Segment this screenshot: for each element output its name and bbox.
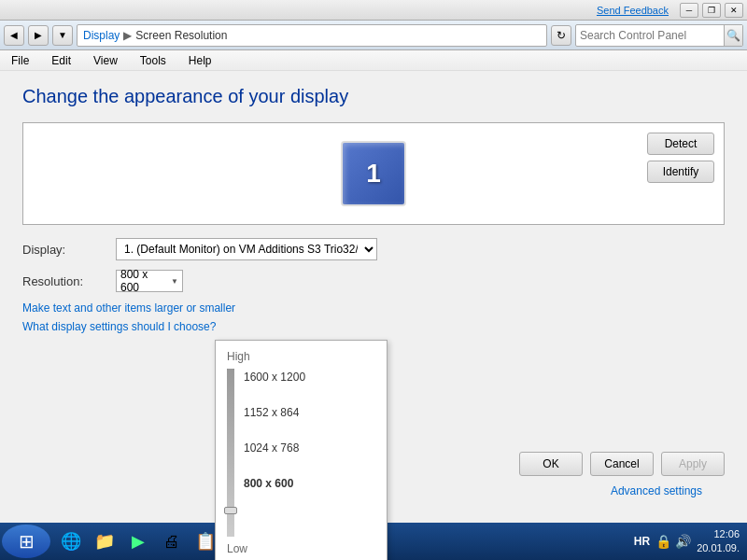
resolution-options: 1600 x 1200 1152 x 864 1024 x 768 800 x … <box>244 369 375 537</box>
res-low-label: Low <box>216 540 387 557</box>
detect-identify-buttons: Detect Identify <box>647 133 714 183</box>
ok-button[interactable]: OK <box>519 452 583 476</box>
tray-volume-icon[interactable]: 🔊 <box>675 534 691 549</box>
res-high-label: High <box>216 348 387 365</box>
refresh-button[interactable]: ↻ <box>551 25 571 46</box>
tray-icons: 🔒 🔊 <box>655 534 691 549</box>
detect-button[interactable]: Detect <box>647 133 714 155</box>
display-settings-link[interactable]: What display settings should I choose? <box>22 320 725 333</box>
back-button[interactable]: ◀ <box>4 25 24 46</box>
make-text-larger-link[interactable]: Make text and other items larger or smal… <box>22 301 725 315</box>
slider-thumb[interactable] <box>224 507 237 514</box>
taskbar-icon-printer[interactable]: 🖨 <box>157 526 187 556</box>
display-control: 1. (Default Monitor) on VM Additions S3 … <box>116 238 377 260</box>
clock-date: 20.01.09. <box>697 541 740 555</box>
page-title: Change the appearance of your display <box>22 86 725 107</box>
language-indicator: HR <box>634 535 650 548</box>
resolution-row: Resolution: 747 x 560 Advanced settings <box>22 270 725 292</box>
identify-button[interactable]: Identify <box>647 161 714 183</box>
search-box: 🔍 <box>575 24 743 47</box>
links-area: Make text and other items larger or smal… <box>22 301 725 333</box>
minimize-button[interactable]: ─ <box>680 3 698 18</box>
forward-button[interactable]: ▶ <box>28 25 49 46</box>
taskbar-icon-folder[interactable]: 📁 <box>90 526 120 556</box>
menu-edit[interactable]: Edit <box>48 52 75 69</box>
resolution-dropdown: High 1600 x 1200 1152 x 864 1024 x 768 8… <box>215 340 388 560</box>
cancel-button[interactable]: Cancel <box>590 452 654 476</box>
close-button[interactable]: ✕ <box>725 3 743 18</box>
display-select[interactable]: 1. (Default Monitor) on VM Additions S3 … <box>116 238 377 260</box>
search-icon[interactable]: 🔍 <box>724 25 742 46</box>
breadcrumb-root[interactable]: Display <box>83 29 120 42</box>
clock-time: 12:06 <box>697 527 740 541</box>
advanced-settings-link[interactable]: Advanced settings <box>611 484 702 497</box>
resolution-label: Resolution: <box>22 274 116 288</box>
resolution-value: 747 x 560 <box>120 268 167 294</box>
monitor-number: 1 <box>366 159 381 189</box>
resolution-input[interactable]: 747 x 560 <box>116 270 183 292</box>
res-option-0[interactable]: 1600 x 1200 <box>244 369 375 385</box>
breadcrumb-current: Screen Resolution <box>135 29 227 42</box>
res-slider-track[interactable] <box>227 369 234 537</box>
monitor-display-box: 1 Detect Identify <box>22 122 725 225</box>
taskbar-icon-browser[interactable]: 🌐 <box>56 526 86 556</box>
menu-help[interactable]: Help <box>185 52 216 69</box>
send-feedback-link[interactable]: Send Feedback <box>597 5 669 16</box>
address-bar: ◀ ▶ ▼ Display ▶ Screen Resolution ↻ 🔍 <box>0 21 747 50</box>
apply-button[interactable]: Apply <box>661 452 725 476</box>
taskbar-right: HR 🔒 🔊 12:06 20.01.09. <box>634 527 745 556</box>
display-row: Display: 1. (Default Monitor) on VM Addi… <box>22 238 725 260</box>
taskbar-icon-media[interactable]: ▶ <box>123 526 153 556</box>
content-area: Change the appearance of your display 1 … <box>0 71 747 523</box>
bottom-buttons: OK Cancel Apply <box>519 452 725 476</box>
breadcrumb: Display ▶ Screen Resolution <box>77 24 547 47</box>
monitor-icon: 1 <box>341 141 406 206</box>
restore-button[interactable]: ❐ <box>702 3 721 18</box>
menu-file[interactable]: File <box>7 52 33 69</box>
res-option-1[interactable]: 1152 x 864 <box>244 404 375 421</box>
res-slider-container: 1600 x 1200 1152 x 864 1024 x 768 800 x … <box>216 365 387 540</box>
tray-security-icon: 🔒 <box>655 534 671 549</box>
title-bar: Send Feedback ─ ❐ ✕ <box>0 0 747 21</box>
display-label: Display: <box>22 243 116 257</box>
res-option-3[interactable]: 747 x 560 <box>244 475 375 492</box>
menu-bar: File Edit View Tools Help <box>0 50 747 71</box>
resolution-control: 747 x 560 <box>116 270 183 292</box>
clock: 12:06 20.01.09. <box>697 527 740 556</box>
menu-tools[interactable]: Tools <box>136 52 170 69</box>
search-input[interactable] <box>576 29 724 42</box>
start-button[interactable]: ⊞ <box>2 525 50 558</box>
start-icon: ⊞ <box>19 530 35 553</box>
breadcrumb-separator: ▶ <box>123 29 132 42</box>
dropdown-button[interactable]: ▼ <box>52 25 73 46</box>
menu-view[interactable]: View <box>90 52 121 69</box>
res-option-2[interactable]: 1024 x 768 <box>244 440 375 456</box>
